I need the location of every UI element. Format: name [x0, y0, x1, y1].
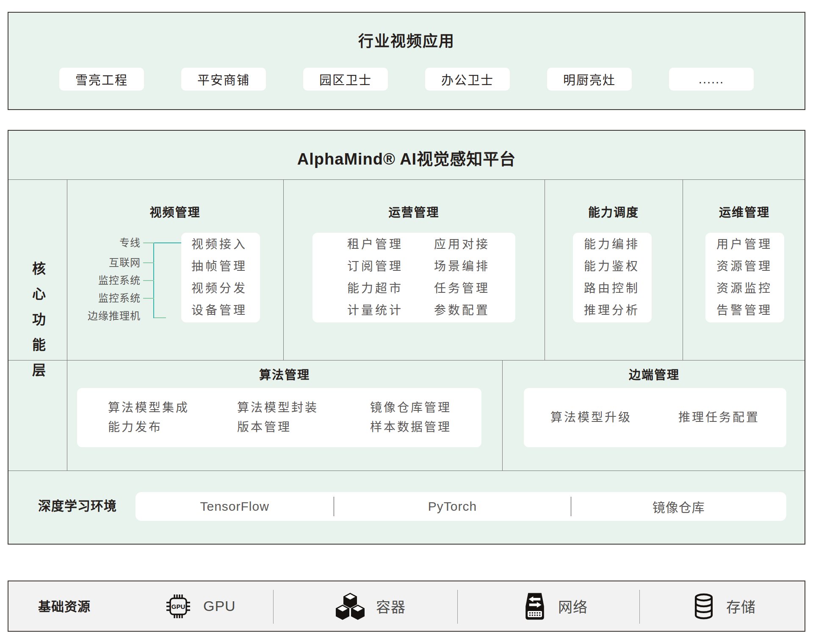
algo-item: 版本管理 — [237, 418, 318, 437]
grid-vline-sidecol — [67, 179, 67, 471]
network-icon — [523, 593, 547, 620]
ops-item: 任务管理 — [434, 278, 490, 300]
om-mgmt-title: 运维管理 — [683, 205, 806, 220]
app-chip-yuanqu: 园区卫士 — [303, 68, 388, 91]
algo-item: 样本数据管理 — [370, 418, 451, 437]
app-chip-xueliang: 雪亮工程 — [59, 68, 144, 91]
connector-stub-2 — [143, 262, 154, 263]
ops-item: 参数配置 — [434, 300, 490, 322]
video-item: 视频分发 — [191, 278, 260, 300]
video-item: 抽帧管理 — [191, 256, 260, 278]
video-item: 视频接入 — [191, 234, 260, 256]
infra-item-label: 存储 — [726, 596, 756, 616]
ops-item: 应用对接 — [434, 234, 490, 256]
storage-icon — [692, 593, 715, 619]
dl-env-registry: 镜像仓库 — [571, 492, 786, 521]
platform-panel: AlphaMind® AI视觉感知平台 核心功能层 视频管理 运营管理 能力调度… — [8, 130, 805, 545]
algo-mgmt-card: 算法模型集成 能力发布 算法模型封装 版本管理 镜像仓库管理 样本数据管理 — [77, 388, 481, 447]
platform-title: AlphaMind® AI视觉感知平台 — [8, 146, 805, 169]
sched-item: 推理分析 — [584, 300, 652, 322]
infra-item-container: 容器 — [335, 581, 406, 631]
capability-sched-card: 能力编排 能力鉴权 路由控制 推理分析 — [573, 233, 652, 322]
gpu-icon: GPU — [164, 592, 192, 620]
video-mgmt-card: 视频接入 抽帧管理 视频分发 设备管理 — [181, 233, 260, 322]
ops-mgmt-title: 运营管理 — [283, 205, 545, 220]
dl-env-bar: TensorFlow PyTorch 镜像仓库 — [136, 492, 786, 521]
infra-item-label: GPU — [203, 598, 236, 614]
om-item: 告警管理 — [716, 300, 784, 322]
ops-item: 计量统计 — [347, 300, 403, 322]
infra-panel: 基础资源 GPU GPU — [8, 581, 805, 632]
grid-hline-title — [8, 179, 805, 180]
ops-item: 租户管理 — [347, 234, 403, 256]
infra-divider — [457, 590, 458, 624]
video-source-edge: 边缘推理机 — [51, 309, 141, 323]
algo-item: 能力发布 — [108, 418, 189, 437]
app-chip-mingchu: 明厨亮灶 — [547, 68, 632, 91]
dl-env-label: 深度学习环境 — [38, 498, 117, 514]
om-item: 资源管理 — [716, 256, 784, 278]
algo-item: 算法模型集成 — [108, 398, 189, 418]
edge-item: 算法模型升级 — [550, 408, 632, 427]
ops-item: 能力超市 — [347, 278, 403, 300]
edge-mgmt-card: 算法模型升级 推理任务配置 — [524, 388, 786, 447]
dl-env-pytorch: PyTorch — [334, 492, 570, 521]
diagram-canvas: 行业视频应用 雪亮工程 平安商铺 园区卫士 办公卫士 明厨亮灶 ...... A… — [0, 0, 813, 644]
infra-item-label: 容器 — [376, 596, 406, 616]
sched-item: 能力鉴权 — [584, 256, 652, 278]
algo-mgmt-title: 算法管理 — [67, 368, 502, 383]
infra-item-network: 网络 — [523, 581, 588, 631]
om-item: 资源监控 — [716, 278, 784, 300]
industry-apps-panel: 行业视频应用 雪亮工程 平安商铺 园区卫士 办公卫士 明厨亮灶 ...... — [8, 12, 805, 110]
connector-stub-4 — [143, 298, 154, 299]
connector-stub-1 — [143, 242, 154, 243]
video-source-cctv-1: 监控系统 — [51, 274, 141, 287]
sched-item: 路由控制 — [584, 278, 652, 300]
industry-apps-title: 行业视频应用 — [8, 29, 805, 51]
sched-item: 能力编排 — [584, 234, 652, 256]
app-chip-more: ...... — [669, 68, 754, 91]
app-chip-pingan: 平安商铺 — [181, 68, 266, 91]
connector-stub-3 — [143, 280, 154, 281]
ops-item: 订阅管理 — [347, 256, 403, 278]
svg-text:GPU: GPU — [171, 603, 185, 610]
grid-hline-row2 — [8, 471, 805, 471]
edge-mgmt-title: 边端管理 — [502, 368, 806, 383]
dl-env-tensorflow: TensorFlow — [136, 492, 334, 521]
infra-divider — [639, 590, 640, 624]
ops-item: 场景编排 — [434, 256, 490, 278]
video-source-internet: 互联网 — [51, 256, 141, 270]
infra-label: 基础资源 — [38, 598, 91, 615]
video-source-line: 专线 — [51, 236, 141, 250]
ops-mgmt-card: 租户管理 订阅管理 能力超市 计量统计 应用对接 场景编排 任务管理 参数配置 — [312, 233, 515, 322]
industry-apps-row: 雪亮工程 平安商铺 园区卫士 办公卫士 明厨亮灶 ...... — [59, 68, 754, 91]
infra-item-gpu: GPU GPU — [164, 581, 236, 631]
om-item: 用户管理 — [716, 234, 784, 256]
video-source-cctv-2: 监控系统 — [51, 292, 141, 305]
video-mgmt-title: 视频管理 — [67, 205, 283, 220]
edge-item: 推理任务配置 — [678, 408, 760, 427]
infra-divider — [273, 590, 274, 624]
algo-item: 镜像仓库管理 — [370, 398, 451, 418]
infra-item-storage: 存储 — [692, 581, 756, 631]
algo-item: 算法模型封装 — [237, 398, 318, 418]
grid-hline-row1 — [8, 360, 805, 361]
infra-item-label: 网络 — [558, 596, 588, 616]
video-item: 设备管理 — [191, 300, 260, 322]
connector-to-chip — [154, 242, 181, 243]
app-chip-bangong: 办公卫士 — [425, 68, 510, 91]
capability-sched-title: 能力调度 — [545, 205, 683, 220]
connector-stub-5 — [154, 317, 166, 318]
core-layer-label: 核心功能层 — [8, 179, 67, 471]
om-mgmt-card: 用户管理 资源管理 资源监控 告警管理 — [705, 233, 784, 322]
container-icon — [335, 592, 365, 620]
